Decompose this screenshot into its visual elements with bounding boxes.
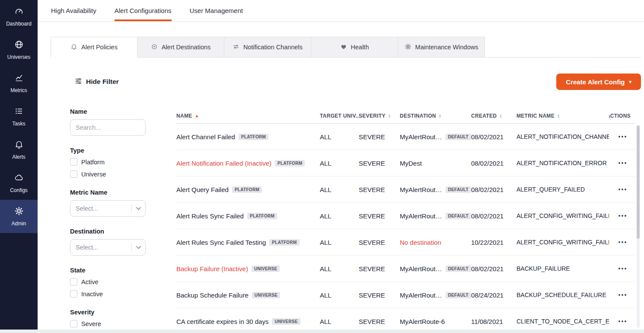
hide-filter-label: Hide Filter: [86, 78, 119, 86]
name-cell: CA certificate expires in 30 days UNIVER…: [176, 318, 320, 325]
tab-label: User Management: [190, 7, 243, 14]
type-universe-option[interactable]: Universe: [70, 170, 146, 178]
row-actions-menu-button[interactable]: [618, 264, 627, 273]
table-row[interactable]: Alert Rules Sync Failed Testing PLATFORM…: [176, 229, 635, 256]
destination-name: MyAlertRoute-6: [400, 318, 445, 325]
tab-user-management[interactable]: User Management: [181, 0, 252, 21]
actions-cell: [609, 132, 635, 141]
alert-policies-table: NAME ▲ TARGET UNIV... ▲▼ SEVERITY ▲▼ D: [176, 108, 635, 333]
alert-type-badge: PLATFORM: [275, 160, 305, 166]
alert-policy-name[interactable]: Backup Failure (Inactive): [176, 265, 248, 272]
sidebar-item-universes[interactable]: Universes: [0, 33, 38, 67]
target-universes-cell: ALL: [320, 239, 359, 246]
alert-policy-name[interactable]: Alert Query Failed: [176, 186, 229, 193]
column-header-destination[interactable]: DESTINATION ▲▼: [400, 113, 471, 119]
severity-cell: SEVERE: [359, 160, 400, 167]
checkbox-severe[interactable]: [70, 320, 77, 327]
sort-icon: ▲▼: [439, 114, 442, 118]
globe-icon: [14, 40, 24, 51]
name-cell: Alert Rules Sync Failed Testing PLATFORM: [176, 239, 320, 246]
row-actions-menu-button[interactable]: [618, 317, 627, 326]
subtab-alert-policies[interactable]: Alert Policies: [51, 37, 137, 58]
sidebar-item-admin[interactable]: Admin: [0, 200, 38, 233]
sort-icon: ▲▼: [557, 114, 560, 118]
tab-alert-configurations[interactable]: Alert Configurations: [105, 0, 181, 21]
target-universes-cell: ALL: [320, 291, 359, 299]
create-alert-config-button[interactable]: Create Alert Config ▾: [556, 74, 641, 90]
table-body: Alert Channel Failed PLATFORM ALL SEVERE…: [176, 124, 635, 333]
table-row[interactable]: Alert Notification Failed (Inactive) PLA…: [176, 150, 635, 176]
table-row[interactable]: Alert Query Failed PLATFORM ALL SEVERE M…: [176, 176, 635, 203]
row-actions-menu-button[interactable]: [618, 291, 627, 299]
subtab-notification-channels[interactable]: Notification Channels: [224, 37, 311, 58]
checkbox-inactive[interactable]: [70, 290, 77, 298]
destination-name: MyDest: [400, 160, 422, 167]
metric-name-cell: ALERT_CONFIG_WRITING_FAILED: [516, 239, 609, 246]
destination-cell: No destination: [400, 239, 471, 246]
main-area: High Availability Alert Configurations U…: [38, 0, 644, 333]
column-label: METRIC NAME: [516, 113, 555, 119]
column-header-severity[interactable]: SEVERITY ▲▼: [359, 113, 400, 119]
table-row[interactable]: Alert Rules Sync Failed PLATFORM ALL SEV…: [176, 203, 635, 229]
alert-policy-name[interactable]: Backup Schedule Failure: [176, 291, 249, 299]
column-label: CREATED: [471, 113, 497, 119]
severity-severe-option[interactable]: Severe: [70, 320, 146, 327]
destination-default-badge: DEFAULT: [446, 292, 471, 298]
subtab-health[interactable]: Health: [311, 37, 398, 58]
metric-name-select[interactable]: Select...: [70, 200, 146, 217]
target-universes-cell: ALL: [320, 212, 359, 220]
subtab-maintenance-windows[interactable]: Maintenance Windows: [398, 37, 485, 58]
checkbox-label: Severe: [81, 320, 101, 327]
sidebar-item-metrics[interactable]: Metrics: [0, 67, 38, 100]
severity-cell: SEVERE: [359, 239, 400, 246]
row-actions-menu-button[interactable]: [618, 238, 627, 247]
vertical-scrollbar[interactable]: [637, 125, 640, 328]
sidebar-item-tasks[interactable]: Tasks: [0, 100, 38, 133]
alert-policy-name[interactable]: CA certificate expires in 30 days: [176, 318, 268, 325]
checkbox-platform[interactable]: [70, 158, 77, 166]
checkbox-label: Inactive: [81, 291, 103, 298]
type-platform-option[interactable]: Platform: [70, 158, 146, 166]
table-row[interactable]: Backup Schedule Failure UNIVERSE ALL SEV…: [176, 282, 635, 308]
filter-type-label: Type: [70, 147, 146, 154]
hide-filter-button[interactable]: Hide Filter: [72, 77, 121, 87]
checkbox-universe[interactable]: [70, 170, 77, 178]
subtab-alert-destinations[interactable]: Alert Destinations: [137, 37, 224, 58]
column-header-target-universes[interactable]: TARGET UNIV... ▲▼: [320, 113, 359, 119]
checkbox-active[interactable]: [70, 278, 77, 285]
column-header-created[interactable]: CREATED ▲▼: [471, 113, 516, 119]
sidebar-item-dashboard[interactable]: Dashboard: [0, 0, 38, 33]
scrollbar-thumb[interactable]: [637, 125, 640, 239]
row-actions-menu-button[interactable]: [618, 132, 627, 141]
state-active-option[interactable]: Active: [70, 278, 146, 285]
destination-select[interactable]: Select...: [70, 239, 146, 256]
column-header-metric-name[interactable]: METRIC NAME ▲▼: [516, 113, 609, 119]
state-inactive-option[interactable]: Inactive: [70, 290, 146, 298]
tab-high-availability[interactable]: High Availability: [42, 0, 105, 21]
subtab-label: Alert Policies: [81, 44, 118, 51]
alert-policy-name[interactable]: Alert Channel Failed: [176, 133, 235, 141]
heart-icon: [340, 43, 347, 51]
column-header-name[interactable]: NAME ▲: [176, 113, 320, 119]
row-actions-menu-button[interactable]: [618, 211, 627, 220]
filter-metric-label: Metric Name: [70, 189, 146, 196]
subtab-label: Maintenance Windows: [415, 44, 478, 51]
destination-name: MyAlertRoute-5: [400, 133, 442, 141]
table-row[interactable]: Alert Channel Failed PLATFORM ALL SEVERE…: [176, 124, 635, 150]
row-actions-menu-button[interactable]: [618, 185, 627, 194]
name-cell: Alert Channel Failed PLATFORM: [176, 133, 320, 141]
sidebar-item-alerts[interactable]: Alerts: [0, 133, 38, 166]
alert-policy-name[interactable]: Alert Notification Failed (Inactive): [176, 160, 271, 167]
table-row[interactable]: Backup Failure (Inactive) UNIVERSE ALL S…: [176, 256, 635, 282]
name-search-input[interactable]: [70, 119, 146, 136]
destination-cell: MyDest: [400, 160, 471, 167]
sidebar-item-configs[interactable]: Configs: [0, 166, 38, 200]
target-universes-cell: ALL: [320, 133, 359, 141]
row-actions-menu-button[interactable]: [618, 159, 627, 167]
checkbox-label: Active: [81, 279, 99, 285]
alert-policy-name[interactable]: Alert Rules Sync Failed Testing: [176, 239, 266, 246]
metric-name-cell: ALERT_NOTIFICATION_ERROR: [516, 160, 609, 166]
alert-policy-name[interactable]: Alert Rules Sync Failed: [176, 212, 244, 220]
metric-name-cell: ALERT_CONFIG_WRITING_FAILED: [516, 212, 609, 219]
destination-cell: MyAlertRoute-6: [400, 318, 471, 325]
